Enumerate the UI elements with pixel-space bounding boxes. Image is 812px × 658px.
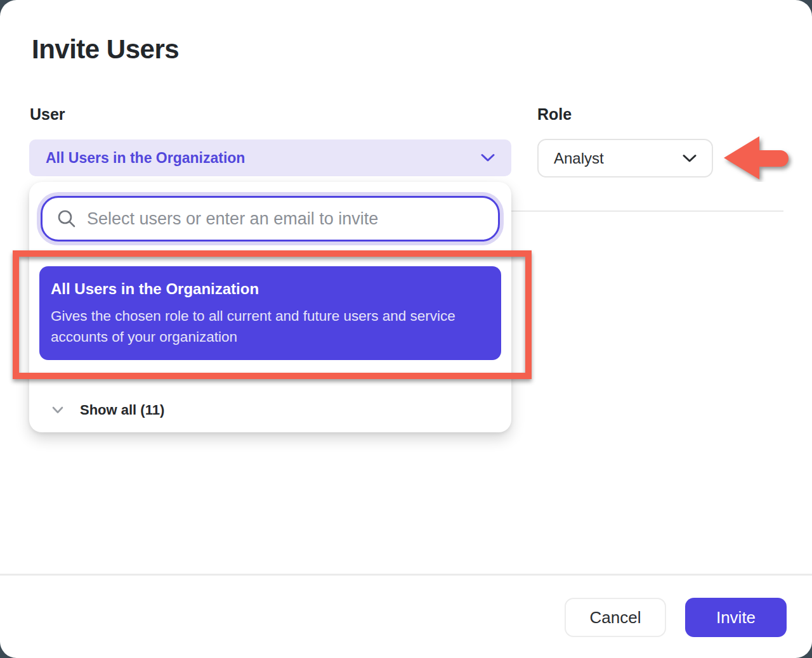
chevron-down-icon [683, 154, 697, 163]
user-select-value: All Users in the Organization [46, 150, 245, 167]
user-search-box[interactable] [41, 196, 500, 242]
user-field-label: User [30, 105, 65, 124]
cancel-button[interactable]: Cancel [565, 598, 666, 637]
red-annotation-arrow-icon [722, 134, 794, 182]
chevron-down-icon [481, 153, 495, 162]
user-search-input[interactable] [87, 209, 485, 229]
chevron-down-icon [52, 406, 63, 414]
page-title: Invite Users [32, 34, 179, 65]
search-icon [56, 209, 77, 229]
role-select-value: Analyst [554, 150, 604, 167]
role-select[interactable]: Analyst [537, 139, 713, 177]
show-all-toggle[interactable]: Show all (11) [29, 396, 511, 424]
user-select[interactable]: All Users in the Organization [29, 139, 511, 176]
option-title: All Users in the Organization [51, 280, 485, 298]
user-dropdown-panel: All Users in the Organization Gives the … [29, 182, 511, 432]
invite-button[interactable]: Invite [685, 598, 787, 637]
invite-users-modal: Invite Users User Role All Users in the … [0, 0, 812, 658]
role-field-label: Role [537, 105, 572, 124]
form-section-divider [511, 210, 783, 212]
footer-divider [0, 574, 812, 576]
option-description: Gives the chosen role to all current and… [51, 306, 485, 347]
show-all-label: Show all (11) [80, 402, 164, 418]
option-all-users-in-organization[interactable]: All Users in the Organization Gives the … [39, 266, 501, 360]
